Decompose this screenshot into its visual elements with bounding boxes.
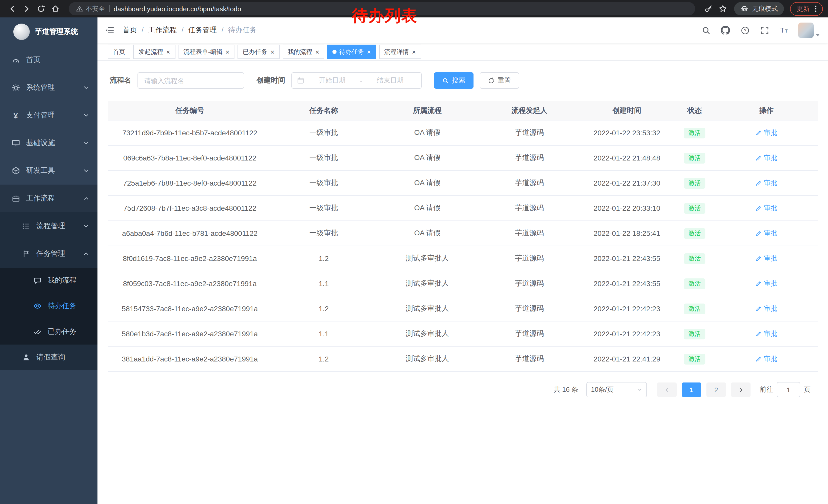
breadcrumb-item[interactable]: 工作流程 [148, 26, 184, 35]
start-date-placeholder[interactable]: 开始日期 [306, 76, 358, 85]
sidebar-item-label: 我的流程 [48, 276, 76, 285]
sidebar-item-system[interactable]: 系统管理 [0, 74, 97, 101]
tab-todo-tasks[interactable]: 待办任务× [328, 45, 376, 59]
breadcrumb-item[interactable]: 首页 [123, 26, 143, 35]
tab-done-tasks[interactable]: 已办任务× [238, 45, 279, 59]
approve-link[interactable]: 审批 [756, 203, 777, 213]
incognito-badge: 无痕模式 [734, 2, 784, 15]
dashboard-icon [11, 56, 20, 64]
sidebar-item-devtools[interactable]: 研发工具 [0, 157, 97, 185]
browser-reload-button[interactable] [34, 2, 48, 16]
browser-home-button[interactable] [48, 2, 63, 16]
sidebar-item-my-process[interactable]: 我的流程 [0, 268, 97, 293]
close-icon[interactable]: × [271, 48, 274, 55]
reset-button[interactable]: 重置 [480, 72, 519, 89]
col-task-id: 任务编号 [108, 101, 272, 120]
edit-icon [756, 205, 762, 211]
font-size-button[interactable]: TT [776, 22, 792, 39]
goto-group: 前往 页 [760, 382, 811, 397]
help-button[interactable]: ? [737, 22, 753, 39]
tab-label: 发起流程 [138, 47, 163, 56]
date-range-picker[interactable]: 开始日期 - 结束日期 [291, 72, 422, 89]
page-content: 流程名 创建时间 开始日期 - 结束日期 搜索 重 [97, 61, 828, 504]
active-dot [333, 50, 337, 54]
edit-icon [756, 180, 762, 186]
approve-link[interactable]: 审批 [756, 354, 777, 364]
approve-link-label: 审批 [764, 128, 777, 137]
tab-home[interactable]: 首页 [108, 45, 130, 59]
monitor-icon [11, 139, 20, 147]
table-row: 8f059c03-7ac8-11ec-a9e2-a2380e71991a 1.1… [108, 271, 818, 296]
sidebar-item-label: 支付管理 [26, 111, 55, 120]
process-cell: OA 请假 [376, 196, 479, 221]
bookmark-button[interactable] [716, 2, 730, 16]
approve-link[interactable]: 审批 [756, 254, 777, 263]
chat-bubble-icon [33, 276, 42, 285]
created-cell: 2022-01-21 22:41:29 [580, 346, 674, 371]
fullscreen-button[interactable] [756, 22, 773, 39]
approve-link[interactable]: 审批 [756, 279, 777, 288]
close-icon[interactable]: × [367, 48, 371, 55]
approve-link[interactable]: 审批 [756, 153, 777, 163]
password-manager-button[interactable] [701, 2, 716, 16]
flag-icon [22, 249, 30, 258]
prev-page-button[interactable] [657, 382, 677, 397]
page-size-value: 10条/页 [591, 385, 614, 394]
close-icon[interactable]: × [412, 48, 416, 55]
user-menu[interactable] [798, 22, 820, 38]
tab-my-process[interactable]: 我的流程× [283, 45, 325, 59]
approve-link[interactable]: 审批 [756, 178, 777, 188]
browser-forward-button[interactable] [19, 2, 34, 16]
sidebar-item-workflow[interactable]: 工作流程 [0, 185, 97, 212]
url-text[interactable]: dashboard.yudao.iocoder.cn/bpm/task/todo [114, 5, 241, 12]
header-search-button[interactable] [698, 22, 714, 39]
page-button-2[interactable]: 2 [706, 382, 726, 397]
sidebar-item-leave-query[interactable]: 请假查询 [0, 345, 97, 370]
sidebar-item-todo-tasks[interactable]: 待办任务 [0, 293, 97, 319]
goto-page-input[interactable] [777, 382, 800, 397]
starter-cell: 芋道源码 [479, 171, 580, 196]
page-size-select[interactable]: 10条/页 [586, 382, 647, 397]
end-date-placeholder[interactable]: 结束日期 [364, 76, 416, 85]
close-icon[interactable]: × [166, 48, 170, 55]
tab-form-edit[interactable]: 流程表单-编辑× [178, 45, 235, 59]
page-button-1[interactable]: 1 [682, 382, 701, 397]
sidebar-item-process-mgmt[interactable]: 流程管理 [0, 212, 97, 240]
sidebar-item-infra[interactable]: 基础设施 [0, 129, 97, 157]
cube-icon [11, 166, 20, 175]
incognito-icon [740, 5, 748, 13]
sidebar-item-home[interactable]: 首页 [0, 46, 97, 74]
approve-link[interactable]: 审批 [756, 329, 777, 338]
breadcrumb-item[interactable]: 任务管理 [188, 26, 224, 35]
sidebar-item-payment[interactable]: ¥ 支付管理 [0, 101, 97, 129]
edit-icon [756, 155, 762, 161]
tab-start-process[interactable]: 发起流程× [133, 45, 175, 59]
approve-link[interactable]: 审批 [756, 229, 777, 238]
update-chip[interactable]: 更新 [790, 2, 823, 16]
approve-link[interactable]: 审批 [756, 304, 777, 313]
chevron-down-icon [83, 168, 89, 174]
sidebar-toggle-button[interactable] [97, 26, 123, 35]
navbar: 首页 工作流程 任务管理 待办任务 ? [97, 17, 828, 43]
tab-process-detail[interactable]: 流程详情× [379, 45, 421, 59]
process-name-input[interactable] [137, 72, 244, 89]
avatar[interactable] [798, 22, 814, 38]
sidebar-item-done-tasks[interactable]: 已办任务 [0, 319, 97, 345]
close-icon[interactable]: × [225, 48, 229, 55]
person-icon [22, 353, 30, 362]
chevron-down-icon [83, 85, 89, 91]
browser-back-button[interactable] [5, 2, 19, 16]
close-icon[interactable]: × [316, 48, 319, 55]
task-name-cell: 1.1 [272, 271, 376, 296]
github-link-button[interactable] [717, 22, 734, 39]
table-row: 8f0d1619-7ac8-11ec-a9e2-a2380e71991a 1.2… [108, 246, 818, 271]
next-page-button[interactable] [731, 382, 750, 397]
task-id-cell: 8f0d1619-7ac8-11ec-a9e2-a2380e71991a [108, 246, 272, 271]
search-button[interactable]: 搜索 [434, 72, 473, 89]
security-indicator[interactable]: 不安全 [76, 4, 105, 13]
approve-link-label: 审批 [764, 229, 777, 238]
sidebar-item-label: 任务管理 [36, 249, 65, 259]
task-id-cell: 580e1b3d-7ac8-11ec-a9e2-a2380e71991a [108, 321, 272, 346]
sidebar-item-task-mgmt[interactable]: 任务管理 [0, 240, 97, 268]
approve-link[interactable]: 审批 [756, 128, 777, 137]
